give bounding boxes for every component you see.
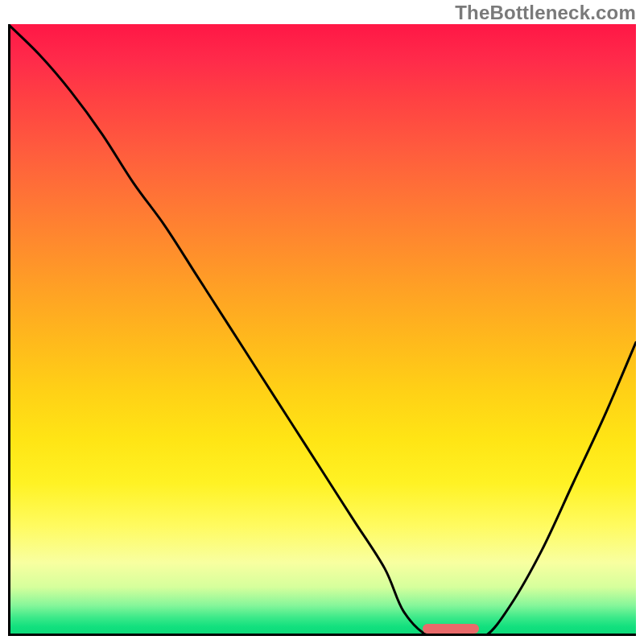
curve-path (8, 24, 636, 636)
plot-area (8, 24, 636, 636)
watermark-text: TheBottleneck.com (455, 2, 636, 24)
x-axis (8, 634, 636, 636)
chart-frame: TheBottleneck.com (0, 0, 644, 644)
y-axis (8, 24, 10, 636)
optimal-range-marker (423, 624, 479, 634)
bottleneck-curve (8, 24, 636, 636)
